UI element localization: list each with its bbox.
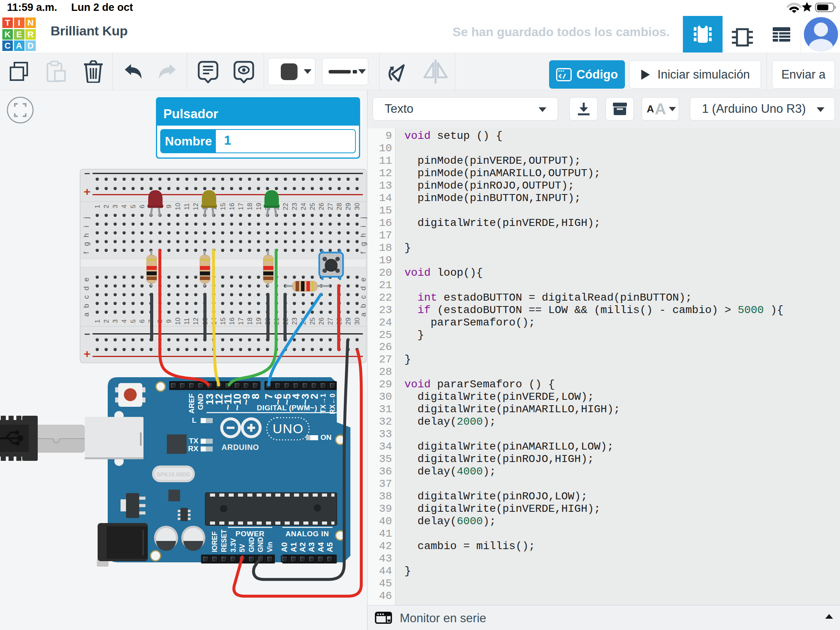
- svg-text:A2: A2: [298, 542, 307, 552]
- svg-text:DIGITAL (PWM~): DIGITAL (PWM~): [257, 404, 317, 412]
- svg-text:g: g: [82, 242, 90, 246]
- svg-text:L: L: [192, 416, 196, 424]
- svg-text:g: g: [359, 242, 367, 246]
- svg-text:c: c: [82, 295, 90, 299]
- svg-text:2: 2: [103, 205, 110, 208]
- svg-text:19: 19: [255, 203, 262, 210]
- svg-text:12: 12: [192, 203, 200, 210]
- svg-text:2: 2: [103, 319, 110, 323]
- svg-text:27: 27: [327, 318, 334, 325]
- svg-text:29: 29: [345, 318, 352, 325]
- svg-text:−: −: [84, 168, 90, 179]
- svg-text:A4: A4: [317, 542, 325, 552]
- svg-text:9: 9: [165, 205, 173, 208]
- svg-text:25: 25: [309, 203, 316, 210]
- svg-text:a: a: [359, 312, 367, 317]
- svg-text:19: 19: [255, 318, 262, 325]
- svg-text:3.3V: 3.3V: [229, 538, 237, 552]
- svg-text:26: 26: [318, 318, 325, 325]
- svg-text:Vin: Vin: [266, 542, 274, 552]
- svg-text:6: 6: [138, 319, 146, 323]
- svg-text:+: +: [84, 185, 91, 198]
- svg-text:SPK16.000G: SPK16.000G: [156, 471, 191, 478]
- svg-text:i: i: [82, 226, 90, 227]
- svg-text:24: 24: [300, 203, 307, 210]
- svg-text:AREF: AREF: [187, 394, 196, 414]
- svg-text:GND: GND: [196, 394, 205, 410]
- svg-text:GND: GND: [257, 537, 264, 552]
- svg-text:27: 27: [327, 203, 334, 210]
- svg-text:11: 11: [183, 203, 191, 210]
- svg-text:11: 11: [183, 318, 191, 325]
- svg-text:c: c: [359, 295, 367, 299]
- svg-text:f: f: [82, 252, 90, 254]
- svg-text:a: a: [82, 312, 90, 317]
- svg-text:28: 28: [336, 203, 343, 210]
- svg-text:POWER: POWER: [236, 530, 265, 538]
- svg-text:26: 26: [318, 203, 325, 210]
- svg-text:3: 3: [112, 205, 119, 208]
- svg-text:A5: A5: [326, 542, 334, 552]
- svg-text:IOREF: IOREF: [211, 531, 219, 552]
- svg-text:18: 18: [246, 318, 254, 325]
- svg-text:UNO: UNO: [273, 421, 304, 436]
- svg-text:3: 3: [112, 319, 119, 323]
- svg-text:f: f: [359, 252, 367, 254]
- svg-text:8: 8: [250, 394, 261, 399]
- svg-text:h: h: [82, 233, 90, 238]
- svg-text:i: i: [359, 226, 367, 227]
- svg-text:A0: A0: [280, 542, 289, 552]
- svg-text:12: 12: [192, 318, 200, 325]
- svg-text:e: e: [82, 278, 90, 282]
- svg-text:4: 4: [121, 319, 128, 323]
- svg-text:+: +: [84, 347, 91, 360]
- svg-text:22: 22: [282, 203, 289, 210]
- svg-text:TX: TX: [189, 437, 199, 445]
- svg-text:b: b: [359, 304, 367, 308]
- svg-text:16: 16: [228, 203, 236, 210]
- svg-text:−: −: [84, 328, 90, 340]
- svg-text:ARDUINO: ARDUINO: [222, 443, 259, 452]
- svg-text:17: 17: [237, 203, 245, 210]
- svg-text:5: 5: [130, 205, 137, 208]
- svg-text:16: 16: [228, 318, 236, 325]
- svg-text:10: 10: [174, 203, 182, 210]
- svg-text:25: 25: [309, 318, 316, 325]
- svg-text:1: 1: [94, 205, 101, 208]
- svg-text:ANALOG IN: ANALOG IN: [285, 530, 329, 538]
- svg-text:5V: 5V: [238, 544, 246, 552]
- svg-text:d: d: [359, 286, 367, 290]
- svg-text:5: 5: [130, 319, 137, 323]
- svg-text:j: j: [82, 217, 90, 219]
- svg-text:15: 15: [219, 203, 227, 210]
- svg-text:23: 23: [291, 318, 298, 325]
- svg-text:b: b: [82, 304, 90, 308]
- svg-text:10: 10: [174, 318, 182, 325]
- svg-text:TX→1: TX→1: [319, 394, 327, 413]
- svg-text:j: j: [359, 217, 367, 219]
- svg-text:17: 17: [237, 318, 245, 325]
- svg-text:RX←0: RX←0: [329, 394, 336, 414]
- svg-text:30: 30: [354, 318, 361, 325]
- svg-text:6: 6: [138, 205, 146, 208]
- svg-text:29: 29: [345, 203, 352, 210]
- svg-text:1: 1: [94, 319, 101, 323]
- svg-text:A3: A3: [307, 542, 316, 552]
- svg-text:RX: RX: [188, 444, 199, 453]
- svg-text:h: h: [359, 233, 367, 238]
- svg-text:ON: ON: [320, 433, 332, 441]
- svg-text:9: 9: [165, 319, 173, 323]
- svg-text:A1: A1: [289, 542, 298, 552]
- svg-text:e: e: [359, 278, 367, 282]
- svg-text:RESET: RESET: [220, 529, 228, 552]
- svg-text:23: 23: [291, 203, 298, 210]
- svg-text:30: 30: [354, 203, 361, 210]
- svg-text:4: 4: [121, 205, 128, 208]
- svg-text:18: 18: [246, 203, 254, 210]
- svg-text:GND: GND: [248, 537, 256, 552]
- svg-text:d: d: [82, 286, 90, 290]
- svg-text:2: 2: [308, 394, 320, 399]
- svg-text:15: 15: [219, 318, 227, 325]
